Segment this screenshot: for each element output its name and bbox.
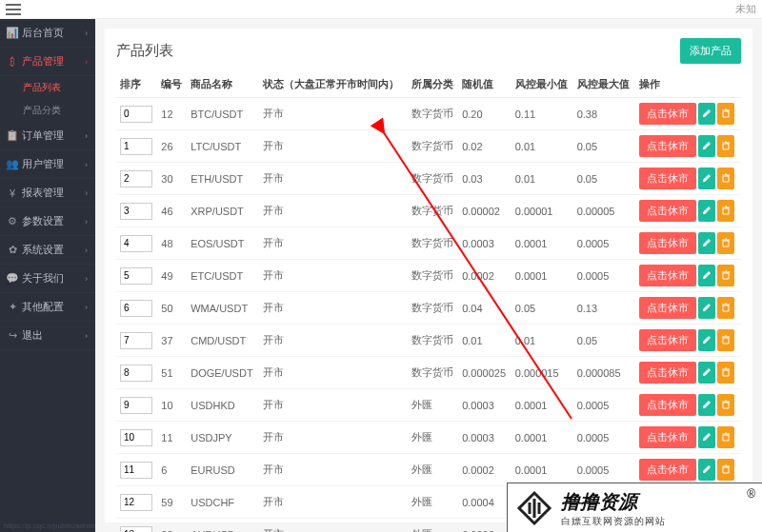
watermark-logo-icon: [515, 489, 553, 527]
chevron-right-icon: ›: [85, 217, 88, 227]
edit-button[interactable]: [698, 167, 715, 189]
sidebar-item-6[interactable]: ✿系统设置›: [0, 236, 95, 265]
table-row: 48EOS/USDT开市数字货币0.00030.00010.0005点击休市: [116, 227, 741, 260]
delete-button[interactable]: [717, 232, 734, 254]
sort-input[interactable]: [120, 203, 152, 220]
toggle-market-button[interactable]: 点击休市: [639, 297, 696, 319]
delete-button[interactable]: [717, 394, 734, 416]
column-header: 编号: [157, 71, 187, 98]
sidebar-item-label: 报表管理: [22, 186, 64, 200]
toggle-market-button[interactable]: 点击休市: [639, 394, 696, 416]
sort-input[interactable]: [120, 300, 152, 317]
toggle-market-button[interactable]: 点击休市: [639, 232, 696, 254]
cell-id: 46: [157, 195, 187, 227]
table-row: 49ETC/USDT开市数字货币0.00020.00010.0005点击休市: [116, 260, 741, 292]
cell-min: 0.0001: [511, 227, 573, 260]
sidebar-item-label: 关于我们: [22, 271, 64, 286]
sidebar-item-2[interactable]: 📋订单管理›: [0, 122, 95, 150]
menu-toggle-icon[interactable]: [6, 4, 21, 15]
edit-button[interactable]: [698, 103, 715, 125]
cell-name: USDHKD: [187, 389, 259, 422]
sidebar-item-4[interactable]: ¥报表管理›: [0, 179, 95, 207]
sidebar-item-0[interactable]: 📊后台首页›: [0, 19, 95, 48]
delete-button[interactable]: [717, 200, 734, 222]
sidebar: 📊后台首页›₿产品管理›产品列表产品分类📋订单管理›👥用户管理›¥报表管理›⚙参…: [0, 19, 95, 532]
sidebar-item-7[interactable]: 💬关于我们›: [0, 265, 95, 293]
edit-button[interactable]: [698, 135, 715, 157]
cell-id: 49: [157, 260, 187, 292]
column-header: 排序: [116, 71, 157, 98]
edit-button[interactable]: [698, 232, 715, 254]
cell-max: 0.13: [573, 292, 635, 325]
edit-button[interactable]: [698, 329, 715, 351]
toggle-market-button[interactable]: 点击休市: [639, 103, 696, 125]
delete-button[interactable]: [717, 329, 734, 351]
cell-category: 数字货币: [408, 195, 459, 227]
toggle-market-button[interactable]: 点击休市: [639, 426, 696, 448]
sidebar-item-3[interactable]: 👥用户管理›: [0, 150, 95, 179]
sidebar-item-9[interactable]: ↪退出›: [0, 322, 95, 350]
add-product-button[interactable]: 添加产品: [680, 38, 741, 64]
cell-status: 开市: [259, 486, 408, 519]
toggle-market-button[interactable]: 点击休市: [639, 167, 696, 189]
sort-input[interactable]: [120, 170, 152, 187]
cell-id: 6: [157, 454, 187, 486]
cell-min: 0.11: [511, 98, 573, 130]
cell-status: 开市: [259, 454, 408, 486]
sidebar-item-label: 订单管理: [22, 128, 64, 143]
sort-input[interactable]: [120, 235, 152, 252]
cell-random: 0.03: [458, 163, 511, 195]
delete-button[interactable]: [717, 167, 734, 189]
delete-button[interactable]: [717, 459, 734, 481]
edit-button[interactable]: [698, 459, 715, 481]
sidebar-sub-1-0[interactable]: 产品列表: [0, 76, 95, 99]
edit-button[interactable]: [698, 265, 715, 286]
toggle-market-button[interactable]: 点击休市: [639, 265, 696, 286]
sidebar-sub-1-1[interactable]: 产品分类: [0, 99, 95, 122]
sort-input[interactable]: [120, 267, 152, 285]
chevron-right-icon: ›: [85, 274, 88, 284]
sidebar-item-5[interactable]: ⚙参数设置›: [0, 207, 95, 236]
sort-input[interactable]: [120, 365, 152, 382]
table-row: 51DOGE/USDT开市数字货币0.0000250.0000150.00008…: [116, 357, 741, 389]
edit-button[interactable]: [698, 297, 715, 319]
sidebar-item-1[interactable]: ₿产品管理›: [0, 48, 95, 76]
edit-button[interactable]: [698, 362, 715, 384]
cell-id: 37: [157, 325, 187, 357]
delete-button[interactable]: [717, 103, 734, 125]
param-icon: ⚙: [8, 217, 17, 227]
toggle-market-button[interactable]: 点击休市: [639, 459, 696, 481]
cell-name: AUDUSD: [187, 519, 259, 533]
sort-input[interactable]: [120, 332, 152, 349]
sort-input[interactable]: [120, 397, 152, 414]
sort-input[interactable]: [120, 138, 152, 155]
sort-input[interactable]: [120, 526, 152, 533]
cell-name: LTC/USDT: [187, 130, 259, 163]
delete-button[interactable]: [717, 265, 734, 286]
delete-button[interactable]: [717, 297, 734, 319]
cell-id: 50: [157, 292, 187, 325]
sidebar-item-label: 其他配置: [22, 300, 64, 314]
edit-button[interactable]: [698, 426, 715, 448]
delete-button[interactable]: [717, 362, 734, 384]
cell-min: 0.01: [511, 163, 573, 195]
toggle-market-button[interactable]: 点击休市: [639, 200, 696, 222]
toggle-market-button[interactable]: 点击休市: [639, 135, 696, 157]
sort-input[interactable]: [120, 494, 152, 511]
sort-input[interactable]: [120, 106, 152, 123]
cell-id: 59: [157, 486, 187, 519]
edit-button[interactable]: [698, 200, 715, 222]
delete-button[interactable]: [717, 426, 734, 448]
sort-input[interactable]: [120, 462, 152, 479]
table-row: 12BTC/USDT开市数字货币0.200.110.38点击休市: [116, 98, 741, 130]
product-icon: ₿: [8, 57, 17, 67]
cell-random: 0.0003: [458, 389, 511, 422]
sort-input[interactable]: [120, 429, 152, 446]
delete-button[interactable]: [717, 135, 734, 157]
sidebar-item-label: 产品管理: [22, 54, 64, 69]
toggle-market-button[interactable]: 点击休市: [639, 329, 696, 351]
edit-button[interactable]: [698, 394, 715, 416]
toggle-market-button[interactable]: 点击休市: [639, 362, 696, 384]
chevron-right-icon: ›: [85, 246, 88, 255]
sidebar-item-8[interactable]: ✦其他配置›: [0, 293, 95, 322]
